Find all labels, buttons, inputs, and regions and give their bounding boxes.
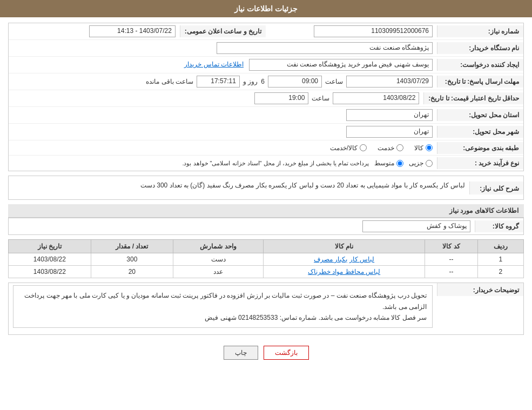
- description-row: شرح کلی نیاز: لباس کار یکسره کار با مواد…: [9, 176, 523, 199]
- category-radio-goods-service[interactable]: [360, 144, 367, 151]
- price-validity-date-row: 1403/08/22 ساعت 19:00: [13, 92, 419, 104]
- cell-name[interactable]: لباس کار یکبار مصرف: [264, 253, 425, 266]
- announce-date-label: تاریخ و ساعت اعلان عمومی:: [180, 25, 266, 37]
- category-label-goods-service: کالا/خدمت: [330, 144, 358, 152]
- process-value-cell: جزیی متوسط پرداخت تمام یا بخشی از مبلغ خ…: [9, 157, 437, 169]
- price-validity-time: 19:00: [254, 92, 308, 104]
- process-row-inner: جزیی متوسط پرداخت تمام یا بخشی از مبلغ خ…: [13, 159, 433, 167]
- creator-label: ایجاد کننده درخواست:: [437, 59, 523, 71]
- province-value: تهران: [346, 109, 433, 121]
- buyer-name-value: پژوهشگاه صنعت نفت: [217, 42, 433, 54]
- page-header: جزئیات اطلاعات نیاز: [0, 0, 532, 17]
- row-creator: ایجاد کننده درخواست: یوسف شهنی فیض مامور…: [9, 57, 523, 73]
- process-note: پرداخت تمام یا بخشی از مبلغ خرید، از محل…: [182, 160, 369, 167]
- process-option-medium[interactable]: متوسط: [374, 159, 403, 167]
- reply-days-label: روز و: [243, 78, 258, 85]
- city-value: تهران: [346, 126, 433, 138]
- reply-date: 1403/07/29: [346, 76, 433, 88]
- row-province: استان محل تحویل: تهران: [9, 107, 523, 124]
- cell-quantity: 20: [91, 266, 173, 278]
- city-value-cell: تهران: [9, 124, 437, 140]
- cell-unit: عدد: [173, 266, 264, 278]
- price-validity-label: حداقل تاریخ اعتبار قیمت: تا تاریخ:: [423, 92, 523, 104]
- reply-remaining-label: ساعت باقی مانده: [146, 78, 193, 85]
- row-reply-deadline: مهلت ارسال پاسخ: تا تاریخ: 1403/07/29 سا…: [9, 73, 523, 90]
- info-section: شماره نیاز: 1103099512000676 تاریخ و ساع…: [8, 23, 524, 171]
- process-label-partial: جزیی: [409, 159, 423, 167]
- notes-content: تحویل درب پژوهشگاه صنعت نفت – در صورت ثب…: [24, 292, 427, 321]
- city-label: شهر محل تحویل:: [437, 126, 523, 138]
- goods-group-row: گروه کالا: پوشاک و کفش: [9, 218, 523, 234]
- reply-deadline-value-cell: 1403/07/29 ساعت 09:00 6 روز و 17:57:11 س…: [9, 73, 437, 90]
- table-row: 2 -- لباس محافظ مواد خطرناک عدد 20 1403/…: [9, 266, 524, 278]
- page-title: جزئیات اطلاعات نیاز: [234, 4, 298, 13]
- category-radio-goods[interactable]: [426, 144, 433, 151]
- category-value-cell: کالا خدمت کالا/خدمت: [9, 142, 437, 154]
- row-buyer-name: نام دستگاه خریدار: پژوهشگاه صنعت نفت: [9, 40, 523, 57]
- creator-value-cell: یوسف شهنی فیض مامور خرید پژوهشگاه صنعت ن…: [9, 57, 437, 73]
- goods-table: ردیف کد کالا نام کالا واحد شمارش تعداد /…: [8, 239, 524, 278]
- col-header-unit: واحد شمارش: [173, 240, 264, 253]
- page-wrapper: جزئیات اطلاعات نیاز شماره نیاز: 11030995…: [0, 0, 532, 410]
- creator-link[interactable]: اطلاعات تماس خریدار: [184, 61, 244, 68]
- category-option-goods-service[interactable]: کالا/خدمت: [330, 144, 367, 152]
- province-label: استان محل تحویل:: [437, 109, 523, 121]
- notes-label: توضیحات خریدار:: [437, 283, 523, 296]
- description-section: شرح کلی نیاز: لباس کار یکسره کار با مواد…: [8, 176, 524, 200]
- cell-unit: دست: [173, 253, 264, 266]
- buyer-name-label: نام دستگاه خریدار:: [437, 42, 523, 54]
- cell-name[interactable]: لباس محافظ مواد خطرناک: [264, 266, 425, 278]
- back-button[interactable]: بازگشت: [264, 346, 309, 360]
- description-label: شرح کلی نیاز:: [469, 182, 523, 194]
- process-radio-medium[interactable]: [396, 160, 403, 167]
- reply-deadline-label: مهلت ارسال پاسخ: تا تاریخ:: [437, 76, 523, 88]
- reply-deadline-date-row: 1403/07/29 ساعت 09:00 6 روز و 17:57:11 س…: [13, 76, 433, 88]
- category-option-service[interactable]: خدمت: [378, 144, 403, 152]
- notes-text: تحویل درب پژوهشگاه صنعت نفت – در صورت ثب…: [13, 285, 433, 328]
- row-category: طبقه بندی موضوعی: کالا خدمت: [9, 140, 523, 156]
- col-header-date: تاریخ نیاز: [9, 240, 91, 253]
- goods-section-title: اطلاعات کالاهای مورد نیاز: [8, 204, 524, 218]
- reply-time-label: ساعت: [325, 78, 343, 85]
- cell-index: 1: [477, 253, 523, 266]
- description-text: لباس کار یکسره کار با مواد شیمیایی به تع…: [13, 178, 465, 193]
- price-validity-date: 1403/08/22: [333, 92, 419, 104]
- reply-days: 6: [261, 78, 265, 85]
- cell-date: 1403/08/22: [9, 266, 91, 278]
- cell-code: --: [425, 266, 478, 278]
- process-option-partial[interactable]: جزیی: [409, 159, 433, 167]
- need-number-value: 1103099512000676: [314, 25, 433, 37]
- category-option-goods[interactable]: کالا: [414, 144, 433, 152]
- notes-row: توضیحات خریدار: تحویل درب پژوهشگاه صنعت …: [9, 283, 523, 334]
- notes-value-cell: تحویل درب پژوهشگاه صنعت نفت – در صورت ثب…: [9, 283, 437, 334]
- table-row: 1 -- لباس کار یکبار مصرف دست 300 1403/08…: [9, 253, 524, 266]
- goods-group-input: پوشاک و کفش: [362, 220, 470, 232]
- price-validity-value-cell: 1403/08/22 ساعت 19:00: [9, 90, 423, 106]
- announce-date-value: 1403/07/22 - 14:13: [89, 25, 176, 37]
- goods-group-section: گروه کالا: پوشاک و کفش: [8, 218, 524, 235]
- reply-remaining: 17:57:11: [197, 76, 240, 88]
- category-label-service: خدمت: [378, 144, 394, 152]
- buyer-name-value-cell: پژوهشگاه صنعت نفت: [9, 40, 437, 56]
- need-number-value-cell: 1103099512000676: [266, 23, 437, 39]
- description-value-cell: لباس کار یکسره کار با مواد شیمیایی به تع…: [9, 176, 469, 199]
- creator-value: یوسف شهنی فیض مامور خرید پژوهشگاه صنعت ن…: [249, 59, 433, 71]
- cell-quantity: 300: [91, 253, 173, 266]
- category-radio-service[interactable]: [396, 144, 403, 151]
- col-header-name: نام کالا: [264, 240, 425, 253]
- button-row: بازگشت چاپ: [8, 339, 524, 366]
- col-header-index: ردیف: [477, 240, 523, 253]
- process-label-medium: متوسط: [374, 159, 394, 167]
- announce-date-value-cell: 1403/07/22 - 14:13: [9, 23, 180, 39]
- main-content: شماره نیاز: 1103099512000676 تاریخ و ساع…: [0, 17, 532, 372]
- price-validity-time-label: ساعت: [312, 95, 329, 102]
- print-button[interactable]: چاپ: [224, 346, 258, 360]
- row-price-validity: حداقل تاریخ اعتبار قیمت: تا تاریخ: 1403/…: [9, 90, 523, 107]
- province-value-cell: تهران: [9, 107, 437, 123]
- category-label-goods: کالا: [414, 144, 423, 152]
- process-radio-partial[interactable]: [426, 160, 433, 167]
- goods-group-value: پوشاک و کفش: [358, 218, 475, 234]
- category-radio-group: کالا خدمت کالا/خدمت: [13, 144, 433, 152]
- cell-index: 2: [477, 266, 523, 278]
- category-label: طبقه بندی موضوعی:: [437, 142, 523, 154]
